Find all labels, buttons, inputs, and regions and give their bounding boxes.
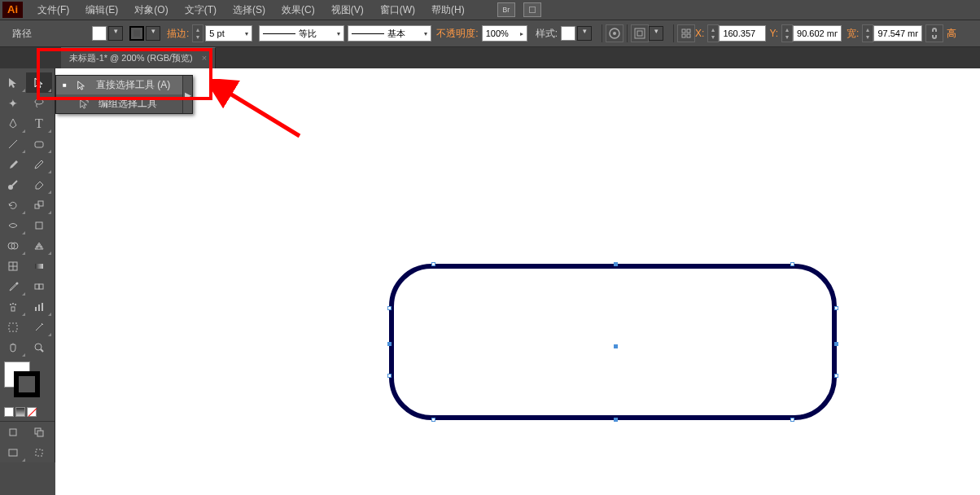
stroke-dropdown[interactable]: ▾	[146, 26, 160, 41]
svg-rect-31	[9, 323, 17, 331]
menu-bar: Ai 文件(F) 编辑(E) 对象(O) 文字(T) 选择(S) 效果(C) 视…	[0, 0, 980, 20]
mesh-tool[interactable]	[0, 256, 26, 276]
svg-line-40	[225, 90, 300, 136]
svg-rect-2	[635, 28, 645, 38]
svg-rect-28	[35, 307, 37, 311]
separator	[627, 24, 628, 42]
artboard-tool[interactable]	[0, 317, 26, 337]
screen-mode-icon[interactable]	[0, 442, 26, 462]
color-mode-icon[interactable]	[4, 407, 14, 417]
svg-point-27	[15, 304, 16, 305]
rectangle-tool[interactable]	[26, 134, 52, 154]
y-input[interactable]	[793, 25, 842, 42]
hand-tool[interactable]	[0, 337, 26, 357]
svg-rect-3	[637, 31, 642, 36]
arrange-icons: Br	[497, 2, 541, 17]
eyedropper-tool[interactable]	[0, 276, 26, 296]
draw-mode-normal-icon[interactable]	[0, 422, 26, 442]
align-icon[interactable]	[631, 24, 649, 42]
zoom-tool[interactable]	[26, 337, 52, 357]
blend-tool[interactable]	[26, 276, 52, 296]
svg-rect-23	[39, 284, 43, 289]
svg-rect-36	[37, 431, 43, 436]
eraser-tool[interactable]	[26, 174, 52, 195]
height-label: 高	[947, 27, 956, 41]
style-dropdown[interactable]: ▾	[577, 26, 592, 41]
w-stepper[interactable]: ▴▾	[862, 24, 873, 42]
scale-tool[interactable]	[26, 195, 52, 215]
stroke-label[interactable]: 描边:	[167, 27, 189, 41]
menu-effect[interactable]: 效果(C)	[273, 3, 323, 17]
svg-rect-7	[687, 34, 690, 37]
stroke-swatch[interactable]	[129, 26, 144, 41]
gradient-tool[interactable]	[26, 256, 52, 276]
link-wh-icon[interactable]	[925, 24, 943, 42]
gradient-mode-icon[interactable]	[15, 407, 25, 417]
svg-rect-30	[42, 303, 43, 311]
fill-stroke-swatch[interactable]	[4, 361, 38, 396]
shape-builder-tool[interactable]	[0, 235, 26, 256]
type-tool[interactable]: T	[26, 113, 52, 134]
variable-width-value: 等比	[299, 28, 317, 40]
menu-window[interactable]: 窗口(W)	[372, 3, 423, 17]
draw-mode-inside-icon[interactable]	[26, 442, 52, 462]
menu-type[interactable]: 文字(T)	[177, 3, 225, 17]
none-mode-icon[interactable]	[27, 407, 37, 417]
svg-point-25	[10, 304, 11, 305]
line-tool[interactable]	[0, 134, 26, 154]
draw-mode-behind-icon[interactable]	[26, 422, 52, 442]
stroke-weight-stepper[interactable]: ▴▾	[192, 24, 203, 42]
symbol-sprayer-tool[interactable]	[0, 296, 26, 317]
control-bar: 路径 ▾ ▾ 描边: ▴▾ 5 pt ▾ 等比 ▾ 基本 ▾ 不透明度: 100…	[0, 20, 980, 47]
center-point	[614, 344, 618, 348]
opacity-value: 100%	[486, 28, 509, 38]
menu-edit[interactable]: 编辑(E)	[77, 3, 126, 17]
brush-select[interactable]: 基本 ▾	[348, 25, 431, 42]
style-swatch[interactable]	[561, 26, 575, 41]
canvas[interactable]	[55, 68, 980, 495]
svg-rect-22	[35, 284, 39, 289]
separator	[602, 24, 602, 42]
menu-object[interactable]: 对象(O)	[126, 3, 176, 17]
rounded-rectangle-path[interactable]	[389, 264, 837, 420]
x-input[interactable]	[719, 25, 766, 42]
align-dropdown[interactable]: ▾	[649, 26, 663, 41]
variable-width-select[interactable]: 等比 ▾	[259, 25, 344, 42]
fill-dropdown[interactable]: ▾	[108, 26, 123, 41]
free-transform-tool[interactable]	[26, 215, 52, 235]
opacity-select[interactable]: 100% ▸	[482, 25, 527, 42]
paintbrush-tool[interactable]	[0, 154, 26, 174]
perspective-grid-tool[interactable]	[26, 235, 52, 256]
pen-tool[interactable]	[0, 113, 26, 134]
fill-swatch[interactable]	[92, 26, 107, 41]
width-input[interactable]	[873, 25, 922, 42]
menu-select[interactable]: 选择(S)	[225, 3, 273, 17]
blob-brush-tool[interactable]	[0, 174, 26, 195]
stroke-weight-select[interactable]: 5 pt ▾	[205, 25, 252, 42]
svg-rect-37	[9, 449, 17, 456]
transform-icon[interactable]	[677, 24, 695, 42]
pencil-tool[interactable]	[26, 154, 52, 174]
bridge-icon[interactable]: Br	[497, 2, 515, 17]
brush-value: 基本	[387, 28, 405, 40]
x-label: X:	[695, 28, 704, 39]
y-label: Y:	[769, 28, 778, 39]
opacity-label[interactable]: 不透明度:	[436, 27, 478, 41]
svg-rect-38	[36, 449, 42, 456]
stroke-weight-value: 5 pt	[209, 28, 224, 38]
menu-help[interactable]: 帮助(H)	[423, 3, 473, 17]
arrange-documents-icon[interactable]	[523, 2, 541, 17]
annotation-arrow	[210, 79, 308, 144]
menu-view[interactable]: 视图(V)	[323, 3, 372, 17]
separator	[673, 24, 674, 42]
x-stepper[interactable]: ▴▾	[707, 24, 719, 42]
column-graph-tool[interactable]	[26, 296, 52, 317]
menu-file[interactable]: 文件(F)	[29, 3, 77, 17]
magic-wand-tool[interactable]: ✦	[0, 93, 26, 113]
slice-tool[interactable]	[26, 317, 52, 337]
y-stepper[interactable]: ▴▾	[781, 24, 793, 42]
selection-tool[interactable]	[0, 72, 26, 93]
width-tool[interactable]	[0, 215, 26, 235]
recolor-icon[interactable]	[606, 24, 623, 42]
rotate-tool[interactable]	[0, 195, 26, 215]
